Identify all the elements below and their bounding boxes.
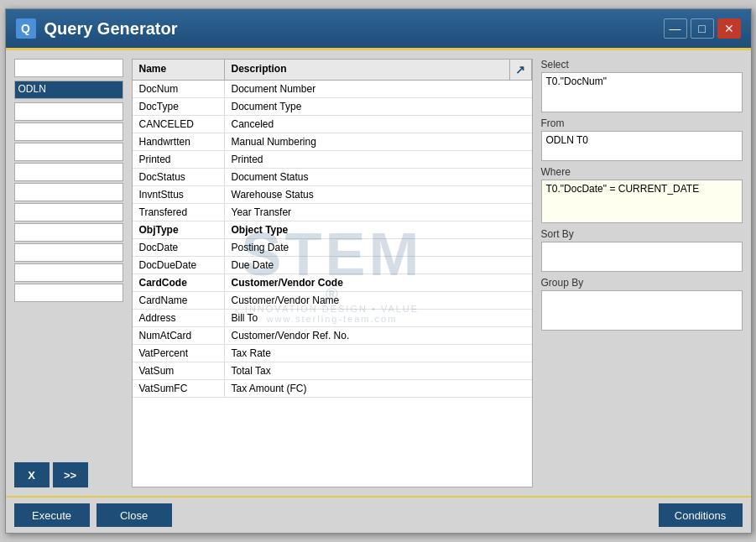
cell-name: DocNum <box>133 81 225 97</box>
execute-button[interactable]: Execute <box>14 503 90 527</box>
cell-desc: Customer/Vendor Name <box>225 292 532 309</box>
content-area: ODLN X >> STEM ® IN <box>6 50 751 496</box>
left-panel-buttons: X >> <box>14 462 123 487</box>
cell-desc: Customer/Vendor Code <box>225 274 532 291</box>
sort-by-label: Sort By <box>541 228 743 240</box>
cell-name: CardCode <box>133 274 225 291</box>
empty-row <box>14 143 123 161</box>
table-row[interactable]: Address Bill To <box>133 310 532 327</box>
table-row[interactable]: ObjType Object Type <box>133 221 532 239</box>
table-row[interactable]: Transfered Year Transfer <box>133 204 532 221</box>
select-group: Select <box>541 59 743 112</box>
cell-name: DocStatus <box>133 169 225 185</box>
window-controls: — □ ✕ <box>664 18 741 39</box>
cell-name: CardName <box>133 292 225 309</box>
cell-name: Handwrtten <box>133 133 225 150</box>
select-label: Select <box>541 59 743 70</box>
from-input[interactable] <box>541 131 743 161</box>
table-row[interactable]: DocDate Posting Date <box>133 239 532 257</box>
empty-row <box>14 203 123 221</box>
table-row[interactable]: DocType Document Type <box>133 98 532 116</box>
cell-desc: Object Type <box>225 221 532 238</box>
table-header: Name Description ↗ <box>133 60 532 81</box>
cell-name: VatSumFC <box>133 380 225 397</box>
cell-name: Transfered <box>133 204 225 221</box>
cell-desc: Tax Amount (FC) <box>225 380 532 397</box>
where-group: Where <box>541 166 743 223</box>
close-button[interactable]: Close <box>96 503 172 527</box>
from-label: From <box>541 117 743 129</box>
table-row[interactable]: CardCode Customer/Vendor Code <box>133 274 532 292</box>
table-row[interactable]: NumAtCard Customer/Vendor Ref. No. <box>133 327 532 345</box>
empty-row <box>14 263 123 282</box>
cell-name: DocType <box>133 98 225 115</box>
group-by-input[interactable] <box>541 290 743 331</box>
col-header-description: Description <box>225 60 510 80</box>
table-row[interactable]: VatSum Total Tax <box>133 362 532 380</box>
where-input[interactable] <box>541 180 743 223</box>
select-input[interactable] <box>541 72 743 112</box>
cell-desc: Total Tax <box>225 362 532 379</box>
table-row[interactable]: DocStatus Document Status <box>133 169 532 186</box>
where-label: Where <box>541 166 743 178</box>
cell-desc: Warehouse Status <box>225 186 532 203</box>
conditions-button[interactable]: Conditions <box>659 503 743 527</box>
cell-name: Address <box>133 310 225 326</box>
empty-row <box>14 284 123 302</box>
table-row[interactable]: VatPercent Tax Rate <box>133 345 532 362</box>
cell-desc: Posting Date <box>225 239 532 256</box>
search-input[interactable] <box>14 59 123 77</box>
group-by-group: Group By <box>541 277 743 331</box>
empty-row <box>14 163 123 181</box>
cell-desc: Bill To <box>225 310 532 326</box>
cell-desc: Document Status <box>225 169 532 185</box>
sort-by-group: Sort By <box>541 228 743 272</box>
table-row[interactable]: InvntSttus Warehouse Status <box>133 186 532 204</box>
close-window-button[interactable]: ✕ <box>717 18 741 39</box>
from-group: From <box>541 117 743 161</box>
table-row[interactable]: VatSumFC Tax Amount (FC) <box>133 380 532 398</box>
arrow-button[interactable]: >> <box>53 462 88 487</box>
window-title: Query Generator <box>44 19 664 39</box>
cell-name: VatPercent <box>133 345 225 362</box>
table-scroll[interactable]: DocNum Document Number DocType Document … <box>133 81 532 487</box>
empty-row <box>14 183 123 201</box>
title-bar: Q Query Generator — □ ✕ <box>6 9 751 48</box>
right-panel: Select From Where Sort By Group By <box>541 59 743 487</box>
cell-name: Printed <box>133 151 225 168</box>
cell-desc: Manual Numbering <box>225 133 532 150</box>
expand-icon[interactable]: ↗ <box>510 60 532 80</box>
list-item-odln[interactable]: ODLN <box>14 81 123 99</box>
cell-desc: Printed <box>225 151 532 168</box>
cell-desc: Due Date <box>225 257 532 274</box>
table-row[interactable]: Printed Printed <box>133 151 532 169</box>
cell-name: InvntSttus <box>133 186 225 203</box>
table-row[interactable]: Handwrtten Manual Numbering <box>133 133 532 151</box>
list-empty-rows <box>14 102 123 302</box>
cell-name: CANCELED <box>133 116 225 133</box>
left-panel: ODLN X >> <box>14 59 123 487</box>
minimize-button[interactable]: — <box>664 18 687 39</box>
group-by-label: Group By <box>541 277 743 289</box>
table-row[interactable]: DocNum Document Number <box>133 81 532 98</box>
empty-row <box>14 243 123 262</box>
cell-desc: Document Type <box>225 98 532 115</box>
cell-name: ObjType <box>133 221 225 238</box>
cell-desc: Canceled <box>225 116 532 133</box>
table-row[interactable]: CardName Customer/Vendor Name <box>133 292 532 310</box>
cell-name: VatSum <box>133 362 225 379</box>
fields-table-panel: STEM ® INNOVATION DESIGN • VALUE www.ste… <box>132 59 533 487</box>
col-header-name: Name <box>133 60 225 80</box>
cell-desc: Customer/Vendor Ref. No. <box>225 327 532 344</box>
empty-row <box>14 102 123 121</box>
main-window: Q Query Generator — □ ✕ ODLN <box>5 8 752 534</box>
table-row[interactable]: DocDueDate Due Date <box>133 257 532 274</box>
table-row[interactable]: CANCELED Canceled <box>133 116 532 133</box>
cell-desc: Year Transfer <box>225 204 532 221</box>
x-button[interactable]: X <box>14 462 50 487</box>
empty-row <box>14 223 123 242</box>
cell-desc: Tax Rate <box>225 345 532 362</box>
sort-by-input[interactable] <box>541 242 743 272</box>
cell-name: NumAtCard <box>133 327 225 344</box>
maximize-button[interactable]: □ <box>691 18 714 39</box>
